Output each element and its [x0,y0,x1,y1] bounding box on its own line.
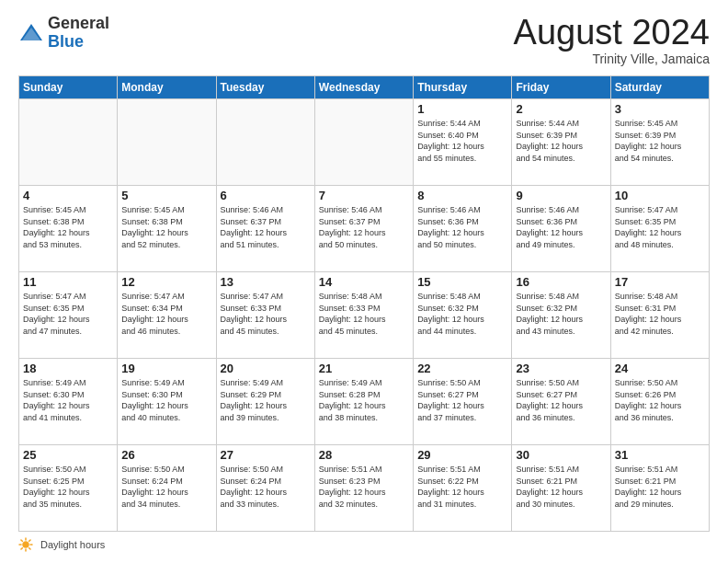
logo-text: General Blue [48,15,109,52]
day-info: Sunrise: 5:51 AM Sunset: 6:22 PM Dayligh… [417,464,507,510]
calendar-cell [314,99,413,186]
calendar-body: 1Sunrise: 5:44 AM Sunset: 6:40 PM Daylig… [19,99,710,532]
day-number: 29 [417,448,507,462]
week-row-5: 25Sunrise: 5:50 AM Sunset: 6:25 PM Dayli… [19,445,710,532]
svg-line-8 [29,548,30,549]
day-info: Sunrise: 5:51 AM Sunset: 6:23 PM Dayligh… [319,464,409,510]
calendar-cell [19,99,118,186]
day-header-wednesday: Wednesday [314,76,413,99]
week-row-2: 4Sunrise: 5:45 AM Sunset: 6:38 PM Daylig… [19,186,710,272]
day-header-saturday: Saturday [610,76,709,99]
logo-general: General [48,15,109,33]
day-header-tuesday: Tuesday [216,76,314,99]
day-number: 23 [516,362,606,375]
calendar-cell: 11Sunrise: 5:47 AM Sunset: 6:35 PM Dayli… [19,272,118,359]
day-number: 9 [516,189,606,202]
day-info: Sunrise: 5:45 AM Sunset: 6:38 PM Dayligh… [121,204,211,250]
day-info: Sunrise: 5:50 AM Sunset: 6:27 PM Dayligh… [516,377,606,423]
calendar-cell: 21Sunrise: 5:49 AM Sunset: 6:28 PM Dayli… [314,359,413,445]
svg-line-10 [21,548,22,549]
day-info: Sunrise: 5:45 AM Sunset: 6:39 PM Dayligh… [615,118,705,164]
day-number: 30 [516,448,606,462]
day-info: Sunrise: 5:47 AM Sunset: 6:34 PM Dayligh… [121,291,211,337]
day-number: 18 [23,362,113,375]
day-info: Sunrise: 5:48 AM Sunset: 6:32 PM Dayligh… [417,291,507,337]
day-number: 27 [221,448,311,462]
day-info: Sunrise: 5:49 AM Sunset: 6:28 PM Dayligh… [319,377,409,423]
calendar-cell: 22Sunrise: 5:50 AM Sunset: 6:27 PM Dayli… [414,359,512,445]
day-info: Sunrise: 5:44 AM Sunset: 6:40 PM Dayligh… [417,118,507,164]
day-number: 25 [23,448,113,462]
calendar-cell: 30Sunrise: 5:51 AM Sunset: 6:21 PM Dayli… [512,445,610,532]
day-number: 15 [417,275,507,289]
page: General Blue August 2024 Trinity Ville, … [0,0,728,563]
header: General Blue August 2024 Trinity Ville, … [18,15,710,66]
week-row-4: 18Sunrise: 5:49 AM Sunset: 6:30 PM Dayli… [19,359,710,445]
day-info: Sunrise: 5:48 AM Sunset: 6:32 PM Dayligh… [516,291,606,337]
day-number: 21 [319,362,409,375]
day-header-sunday: Sunday [19,76,118,99]
calendar-cell: 10Sunrise: 5:47 AM Sunset: 6:35 PM Dayli… [610,186,709,272]
calendar-cell: 1Sunrise: 5:44 AM Sunset: 6:40 PM Daylig… [414,99,512,186]
calendar-cell [118,99,216,186]
month-title: August 2024 [514,15,710,50]
day-number: 14 [319,275,409,289]
day-number: 1 [417,102,507,116]
day-info: Sunrise: 5:47 AM Sunset: 6:33 PM Dayligh… [221,291,311,337]
calendar-cell: 16Sunrise: 5:48 AM Sunset: 6:32 PM Dayli… [512,272,610,359]
day-info: Sunrise: 5:46 AM Sunset: 6:36 PM Dayligh… [417,204,507,250]
day-number: 12 [121,275,211,289]
calendar-cell: 7Sunrise: 5:46 AM Sunset: 6:37 PM Daylig… [314,186,413,272]
calendar-cell: 18Sunrise: 5:49 AM Sunset: 6:30 PM Dayli… [19,359,118,445]
day-number: 26 [121,448,211,462]
calendar-cell: 17Sunrise: 5:48 AM Sunset: 6:31 PM Dayli… [610,272,709,359]
calendar-cell: 24Sunrise: 5:50 AM Sunset: 6:26 PM Dayli… [610,359,709,445]
day-info: Sunrise: 5:46 AM Sunset: 6:37 PM Dayligh… [221,204,311,250]
day-number: 10 [615,189,705,202]
day-info: Sunrise: 5:49 AM Sunset: 6:30 PM Dayligh… [23,377,113,423]
calendar-table: SundayMondayTuesdayWednesdayThursdayFrid… [18,75,710,532]
day-header-thursday: Thursday [414,76,512,99]
calendar-cell: 31Sunrise: 5:51 AM Sunset: 6:21 PM Dayli… [610,445,709,532]
calendar-cell: 3Sunrise: 5:45 AM Sunset: 6:39 PM Daylig… [610,99,709,186]
day-info: Sunrise: 5:50 AM Sunset: 6:24 PM Dayligh… [221,464,311,510]
day-number: 8 [417,189,507,202]
day-info: Sunrise: 5:45 AM Sunset: 6:38 PM Dayligh… [23,204,113,250]
calendar-cell: 13Sunrise: 5:47 AM Sunset: 6:33 PM Dayli… [216,272,314,359]
day-number: 22 [417,362,507,375]
calendar-cell: 8Sunrise: 5:46 AM Sunset: 6:36 PM Daylig… [414,186,512,272]
title-area: August 2024 Trinity Ville, Jamaica [514,15,710,66]
day-number: 17 [615,275,705,289]
calendar-cell: 9Sunrise: 5:46 AM Sunset: 6:36 PM Daylig… [512,186,610,272]
day-info: Sunrise: 5:44 AM Sunset: 6:39 PM Dayligh… [516,118,606,164]
logo-icon [18,20,44,46]
calendar-cell: 5Sunrise: 5:45 AM Sunset: 6:38 PM Daylig… [118,186,216,272]
day-number: 31 [615,448,705,462]
svg-line-9 [29,540,30,541]
calendar-cell: 26Sunrise: 5:50 AM Sunset: 6:24 PM Dayli… [118,445,216,532]
day-info: Sunrise: 5:47 AM Sunset: 6:35 PM Dayligh… [615,204,705,250]
svg-line-7 [21,540,22,541]
sun-icon [18,537,33,552]
day-number: 13 [221,275,311,289]
week-row-3: 11Sunrise: 5:47 AM Sunset: 6:35 PM Dayli… [19,272,710,359]
calendar-cell: 23Sunrise: 5:50 AM Sunset: 6:27 PM Dayli… [512,359,610,445]
calendar-cell: 20Sunrise: 5:49 AM Sunset: 6:29 PM Dayli… [216,359,314,445]
day-info: Sunrise: 5:50 AM Sunset: 6:24 PM Dayligh… [121,464,211,510]
day-info: Sunrise: 5:49 AM Sunset: 6:29 PM Dayligh… [221,377,311,423]
day-number: 24 [615,362,705,375]
day-number: 20 [221,362,311,375]
logo-blue: Blue [48,33,109,52]
week-row-1: 1Sunrise: 5:44 AM Sunset: 6:40 PM Daylig… [19,99,710,186]
day-number: 3 [615,102,705,116]
calendar-cell: 15Sunrise: 5:48 AM Sunset: 6:32 PM Dayli… [414,272,512,359]
calendar-cell [216,99,314,186]
calendar-cell: 27Sunrise: 5:50 AM Sunset: 6:24 PM Dayli… [216,445,314,532]
calendar-header: SundayMondayTuesdayWednesdayThursdayFrid… [19,76,710,99]
day-number: 16 [516,275,606,289]
day-header-monday: Monday [118,76,216,99]
calendar-cell: 14Sunrise: 5:48 AM Sunset: 6:33 PM Dayli… [314,272,413,359]
day-info: Sunrise: 5:49 AM Sunset: 6:30 PM Dayligh… [121,377,211,423]
footer: Daylight hours [18,537,710,552]
calendar-cell: 4Sunrise: 5:45 AM Sunset: 6:38 PM Daylig… [19,186,118,272]
